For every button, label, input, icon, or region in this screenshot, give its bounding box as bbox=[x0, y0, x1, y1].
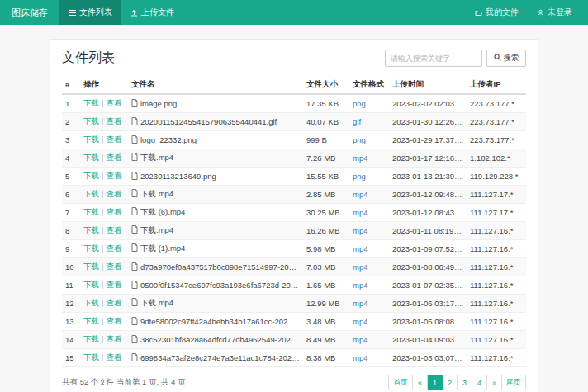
row-index: 10 bbox=[62, 258, 80, 276]
format-link[interactable]: mp4 bbox=[353, 190, 368, 199]
download-link[interactable]: 下载 bbox=[83, 298, 99, 307]
nav-item-login[interactable]: 未登录 bbox=[528, 0, 581, 25]
download-link[interactable]: 下载 bbox=[83, 262, 99, 271]
row-index: 3 bbox=[62, 131, 80, 149]
view-link[interactable]: 查看 bbox=[106, 116, 121, 125]
format-link[interactable]: mp4 bbox=[353, 153, 368, 163]
format-link[interactable]: gif bbox=[353, 117, 361, 126]
download-link[interactable]: 下载 bbox=[83, 280, 99, 289]
nav-item-my-files[interactable]: 我的文件 bbox=[466, 0, 528, 25]
file-count-summary: 共有 52 个文件 当前第 1 页, 共 4 页 bbox=[62, 377, 185, 388]
view-link[interactable]: 查看 bbox=[106, 98, 121, 107]
row-index: 9 bbox=[62, 240, 80, 258]
row-actions: 下载|查看 bbox=[80, 94, 128, 113]
file-name: 20200115124554157906355440441.gif bbox=[140, 117, 277, 126]
brand[interactable]: 图床储存 bbox=[0, 0, 59, 25]
file-size: 16.26 MB bbox=[303, 222, 349, 240]
header-uploader-ip: 上传者IP bbox=[467, 76, 526, 94]
format-link[interactable]: mp4 bbox=[353, 208, 368, 217]
format-link[interactable]: mp4 bbox=[353, 281, 368, 290]
file-icon bbox=[131, 281, 138, 290]
upload-time: 2023-01-03 03:07:41 bbox=[389, 349, 467, 367]
download-link[interactable]: 下载 bbox=[83, 189, 99, 198]
view-link[interactable]: 查看 bbox=[106, 189, 121, 198]
download-link[interactable]: 下载 bbox=[83, 98, 99, 107]
format-link[interactable]: png bbox=[353, 172, 366, 181]
download-link[interactable]: 下载 bbox=[83, 225, 99, 234]
download-link[interactable]: 下载 bbox=[83, 207, 99, 216]
page-button-next[interactable]: » bbox=[487, 375, 502, 390]
upload-time: 2023-01-17 12:16:26 bbox=[389, 149, 467, 168]
view-link[interactable]: 查看 bbox=[106, 352, 121, 361]
uploader-ip: 111.127.16.* bbox=[467, 313, 526, 331]
upload-time: 2023-01-04 09:03:00 bbox=[389, 331, 467, 349]
action-separator: | bbox=[102, 243, 103, 253]
download-link[interactable]: 下载 bbox=[83, 352, 99, 361]
upload-time: 2023-01-08 06:49:40 bbox=[389, 258, 467, 276]
row-index: 5 bbox=[62, 168, 80, 186]
row-actions: 下载|查看 bbox=[80, 276, 128, 295]
file-name-cell: 699834a73af2e8c274e7a3e11ac1c784-2023-01… bbox=[128, 349, 303, 367]
download-link[interactable]: 下载 bbox=[83, 116, 99, 125]
page-button-first[interactable]: 首页 bbox=[388, 375, 413, 390]
format-link[interactable]: mp4 bbox=[353, 299, 368, 308]
search-input[interactable] bbox=[385, 50, 482, 67]
file-size: 3.48 MB bbox=[303, 313, 349, 331]
view-link[interactable]: 查看 bbox=[106, 334, 121, 343]
upload-time: 2023-01-11 08:19:44 bbox=[389, 222, 467, 240]
nav-item-file-list[interactable]: 文件列表 bbox=[59, 0, 121, 25]
view-link[interactable]: 查看 bbox=[106, 225, 121, 234]
download-link[interactable]: 下载 bbox=[83, 135, 99, 144]
page-button-prev[interactable]: « bbox=[413, 375, 428, 390]
nav-item-label: 文件列表 bbox=[79, 7, 112, 18]
view-link[interactable]: 查看 bbox=[106, 298, 121, 307]
file-icon bbox=[131, 317, 138, 327]
uploader-ip: 111.127.16.* bbox=[467, 349, 526, 367]
page-button-page-3[interactable]: 3 bbox=[458, 375, 472, 390]
row-index: 13 bbox=[62, 313, 80, 331]
row-index: 6 bbox=[62, 186, 80, 204]
format-link[interactable]: mp4 bbox=[353, 317, 368, 326]
download-link[interactable]: 下载 bbox=[83, 334, 99, 343]
view-link[interactable]: 查看 bbox=[106, 316, 121, 325]
table-row: 10下载|查看d73a970ef0a437517b0c898e71514997-… bbox=[62, 258, 526, 276]
format-link[interactable]: mp4 bbox=[353, 262, 368, 272]
format-link[interactable]: mp4 bbox=[353, 335, 368, 344]
row-index: 11 bbox=[62, 276, 80, 295]
search-button[interactable]: 搜索 bbox=[486, 50, 526, 67]
card-footer: 共有 52 个文件 当前第 1 页, 共 4 页 首页«1234»尾页 bbox=[62, 375, 526, 390]
upload-time: 2023-01-09 07:52:36 bbox=[389, 240, 467, 258]
format-link[interactable]: png bbox=[353, 99, 366, 108]
format-link[interactable]: mp4 bbox=[353, 226, 368, 235]
format-link[interactable]: mp4 bbox=[353, 353, 368, 362]
view-link[interactable]: 查看 bbox=[106, 207, 121, 216]
view-link[interactable]: 查看 bbox=[106, 243, 121, 253]
format-link[interactable]: png bbox=[353, 135, 366, 144]
header-actions: 操作 bbox=[80, 76, 128, 94]
view-link[interactable]: 查看 bbox=[106, 135, 121, 144]
view-link[interactable]: 查看 bbox=[106, 280, 121, 289]
row-index: 1 bbox=[62, 94, 80, 113]
file-size: 7.26 MB bbox=[303, 149, 349, 168]
page-button-page-1[interactable]: 1 bbox=[428, 375, 443, 390]
view-link[interactable]: 查看 bbox=[106, 153, 121, 162]
page-button-page-2[interactable]: 2 bbox=[443, 375, 458, 390]
action-separator: | bbox=[102, 98, 103, 107]
view-link[interactable]: 查看 bbox=[106, 171, 121, 180]
download-link[interactable]: 下载 bbox=[83, 316, 99, 325]
page-button-last[interactable]: 尾页 bbox=[502, 375, 526, 390]
file-size: 999 B bbox=[303, 131, 349, 149]
action-separator: | bbox=[102, 207, 103, 216]
page-button-page-4[interactable]: 4 bbox=[472, 375, 487, 390]
download-link[interactable]: 下载 bbox=[83, 243, 99, 253]
view-link[interactable]: 查看 bbox=[106, 262, 121, 271]
uploader-ip: 111.127.16.* bbox=[467, 331, 526, 349]
file-size: 5.98 MB bbox=[303, 240, 349, 258]
table-row: 12下载|查看下载.mp412.99 MBmp42023-01-06 03:17… bbox=[62, 295, 526, 313]
download-link[interactable]: 下载 bbox=[83, 153, 99, 162]
nav-item-upload[interactable]: 上传文件 bbox=[121, 0, 183, 25]
download-link[interactable]: 下载 bbox=[83, 171, 99, 180]
table-row: 11下载|查看0500f0f15347ce697fc93a193e6fa6723… bbox=[62, 276, 526, 295]
format-link[interactable]: mp4 bbox=[353, 244, 368, 253]
file-name: 下载.mp4 bbox=[140, 298, 173, 307]
